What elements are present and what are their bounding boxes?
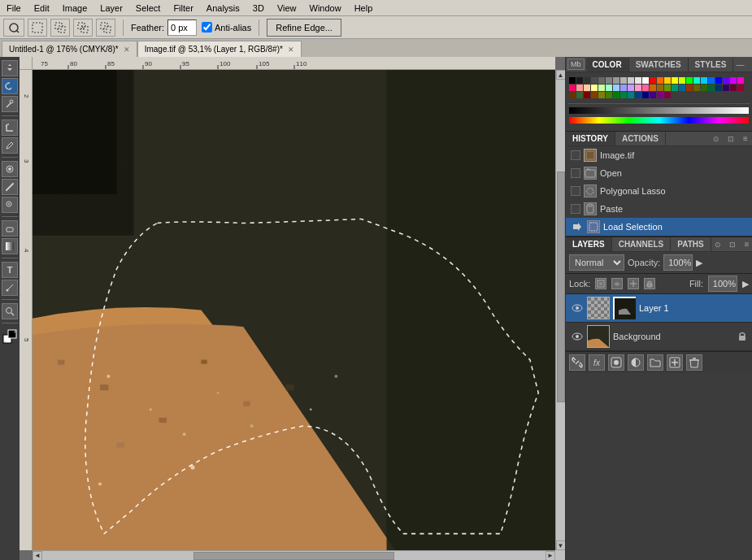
tab-swatches[interactable]: SWATCHES — [629, 58, 689, 72]
swatch-42[interactable] — [701, 85, 707, 91]
tab-layers[interactable]: LAYERS — [566, 237, 612, 251]
intersect-selection-btn[interactable] — [96, 19, 115, 37]
layers-panel-icon1[interactable]: ⊙ — [711, 238, 724, 251]
swatch-60[interactable] — [657, 92, 663, 98]
swatch-5[interactable] — [606, 77, 612, 84]
heal-tool[interactable] — [2, 161, 18, 177]
antialias-checkbox[interactable] — [202, 22, 212, 33]
history-item-2[interactable]: Polygonal Lasso — [566, 182, 752, 200]
lock-position-btn[interactable] — [628, 278, 639, 289]
menu-window[interactable]: Window — [303, 2, 348, 15]
layers-panel-menu[interactable]: ≡ — [741, 238, 752, 251]
mb-icon[interactable]: Mb — [567, 59, 585, 70]
crop-tool[interactable] — [2, 119, 18, 136]
swatch-27[interactable] — [591, 85, 598, 91]
tab-image-close[interactable]: ✕ — [288, 46, 294, 54]
swatch-19[interactable] — [708, 77, 715, 84]
swatch-61[interactable] — [664, 92, 671, 98]
swatch-43[interactable] — [708, 85, 715, 91]
color-bar[interactable] — [569, 117, 749, 124]
tab-image[interactable]: Image.tif @ 53,1% (Layer 1, RGB/8#)* ✕ — [137, 41, 302, 57]
scroll-h-track[interactable] — [42, 552, 546, 560]
swatch-10[interactable] — [642, 77, 649, 84]
fg-bg-icon[interactable] — [2, 328, 18, 345]
refine-edge-button[interactable]: Refine Edge... — [267, 19, 341, 37]
opacity-input[interactable] — [663, 254, 693, 271]
tab-history[interactable]: HISTORY — [566, 132, 615, 145]
swatch-15[interactable] — [679, 77, 685, 84]
layer-eye-0[interactable] — [571, 302, 584, 315]
lasso-tool[interactable] — [2, 78, 18, 94]
menu-image[interactable]: Image — [56, 2, 94, 15]
swatch-34[interactable] — [642, 85, 649, 91]
move-tool[interactable] — [2, 60, 18, 76]
menu-filter[interactable]: Filter — [167, 2, 199, 15]
swatch-24[interactable] — [569, 85, 576, 91]
swatch-48[interactable] — [569, 92, 576, 98]
swatch-58[interactable] — [642, 92, 649, 98]
new-selection-btn[interactable] — [28, 19, 47, 37]
grayscale-bar[interactable] — [569, 107, 749, 114]
swatch-6[interactable] — [613, 77, 619, 84]
scroll-v-track[interactable] — [557, 80, 565, 540]
tab-styles[interactable]: STYLES — [689, 58, 734, 72]
history-panel-menu[interactable]: ≡ — [739, 132, 752, 145]
add-mask-btn[interactable] — [608, 354, 624, 371]
link-layers-btn[interactable] — [569, 354, 585, 371]
tab-channels[interactable]: CHANNELS — [612, 237, 672, 251]
scroll-up-arrow[interactable]: ▲ — [556, 70, 566, 80]
gradient-tool[interactable] — [2, 238, 18, 254]
swatch-3[interactable] — [591, 77, 598, 84]
type-tool[interactable]: T — [2, 262, 18, 278]
history-item-4[interactable]: Load Selection — [566, 218, 752, 237]
menu-view[interactable]: View — [271, 2, 303, 15]
swatch-47[interactable] — [737, 85, 744, 91]
scroll-right-arrow[interactable]: ► — [546, 551, 555, 561]
new-group-btn[interactable] — [647, 354, 663, 371]
swatch-4[interactable] — [598, 77, 605, 84]
swatch-29[interactable] — [606, 85, 612, 91]
lock-transparent-btn[interactable] — [595, 278, 606, 289]
scroll-h-thumb[interactable] — [193, 552, 395, 560]
swatch-46[interactable] — [730, 85, 737, 91]
clone-tool[interactable] — [2, 197, 18, 213]
scroll-down-arrow[interactable]: ▼ — [556, 540, 566, 550]
swatch-2[interactable] — [584, 77, 590, 84]
horizontal-scrollbar[interactable]: ◄ ► — [33, 550, 555, 560]
brush-tool[interactable] — [2, 179, 18, 195]
canvas-content[interactable] — [33, 70, 555, 550]
swatch-38[interactable] — [672, 85, 678, 91]
swatch-31[interactable] — [620, 85, 627, 91]
tab-untitled-close[interactable]: ✕ — [124, 46, 130, 54]
swatch-57[interactable] — [635, 92, 641, 98]
scroll-v-thumb[interactable] — [557, 171, 565, 402]
menu-3d[interactable]: 3D — [246, 2, 271, 15]
swatch-53[interactable] — [606, 92, 612, 98]
swatch-26[interactable] — [584, 85, 590, 91]
tab-actions[interactable]: ACTIONS — [615, 132, 666, 145]
menu-layer[interactable]: Layer — [93, 2, 129, 15]
eyedropper-tool[interactable] — [2, 137, 18, 154]
pen-tool[interactable] — [2, 280, 18, 296]
swatch-17[interactable] — [693, 77, 700, 84]
scroll-left-arrow[interactable]: ◄ — [33, 551, 42, 561]
layer-item-0[interactable]: Layer 1 — [566, 294, 752, 323]
swatch-7[interactable] — [620, 77, 627, 84]
swatch-20[interactable] — [715, 77, 722, 84]
swatch-0[interactable] — [569, 77, 576, 84]
history-panel-icon2[interactable]: ⊡ — [724, 132, 737, 145]
swatch-41[interactable] — [693, 85, 700, 91]
color-panel-menu[interactable]: ≡ — [748, 58, 752, 71]
new-fill-btn[interactable] — [628, 354, 644, 371]
swatch-28[interactable] — [598, 85, 605, 91]
swatch-49[interactable] — [576, 92, 583, 98]
swatch-56[interactable] — [628, 92, 634, 98]
swatch-50[interactable] — [584, 92, 590, 98]
zoom-tool[interactable] — [2, 303, 18, 319]
fill-input[interactable] — [708, 276, 737, 292]
opacity-arrow[interactable]: ▶ — [696, 258, 702, 268]
magic-wand-tool[interactable] — [2, 96, 18, 112]
menu-file[interactable]: File — [0, 2, 28, 15]
delete-layer-btn[interactable] — [686, 354, 702, 371]
lock-all-btn[interactable] — [644, 278, 655, 289]
